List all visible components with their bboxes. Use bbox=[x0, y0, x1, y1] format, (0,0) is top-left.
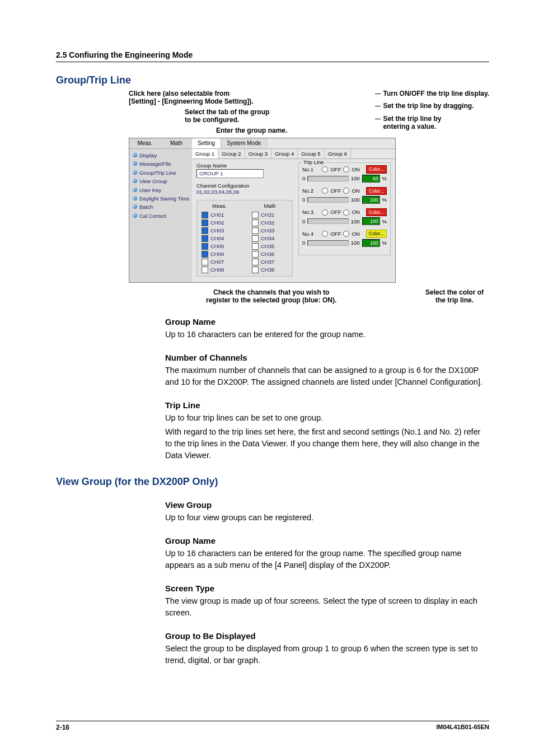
label-group-name: Group Name bbox=[196, 162, 293, 169]
anno-set-value: Set the trip line by entering a value. bbox=[383, 115, 441, 131]
checkbox-icon[interactable] bbox=[252, 235, 259, 242]
tree-item[interactable]: Cal Correct bbox=[132, 212, 191, 220]
trip-no: No.3 bbox=[302, 209, 313, 215]
slider-min: 0 bbox=[302, 197, 305, 203]
checkbox-icon[interactable] bbox=[202, 212, 208, 218]
input-group-name[interactable] bbox=[196, 169, 264, 178]
text-group-name: Up to 16 characters can be entered for t… bbox=[165, 329, 489, 340]
channel-row[interactable]: CH05 bbox=[202, 242, 237, 250]
trip-value-input[interactable]: 100 bbox=[362, 196, 380, 204]
checkbox-icon[interactable] bbox=[252, 251, 259, 258]
trip-value-input[interactable]: 100 bbox=[362, 217, 380, 225]
channel-row[interactable]: CH33 bbox=[252, 227, 288, 235]
tab-math[interactable]: Math bbox=[161, 138, 192, 148]
group-tab[interactable]: Group 3 bbox=[245, 149, 271, 158]
heading-trip-line: Trip Line bbox=[165, 400, 489, 410]
checkbox-icon[interactable] bbox=[252, 259, 259, 265]
pct-label: % bbox=[382, 197, 387, 203]
group-tab[interactable]: Group 6 bbox=[325, 149, 351, 158]
trip-no: No.1 bbox=[302, 166, 313, 172]
checkbox-icon[interactable] bbox=[202, 259, 208, 265]
checkbox-icon[interactable] bbox=[202, 267, 208, 273]
group-tab[interactable]: Group 2 bbox=[218, 149, 245, 158]
pct-label: % bbox=[382, 175, 387, 181]
channel-row[interactable]: CH37 bbox=[252, 258, 288, 266]
color-button[interactable]: Color... bbox=[366, 230, 387, 237]
checkbox-icon[interactable] bbox=[252, 267, 259, 273]
tab-setting[interactable]: Setting bbox=[192, 138, 221, 148]
tree-item[interactable]: Message/File bbox=[132, 160, 191, 168]
tree-item[interactable]: Daylight Saving Time bbox=[132, 194, 191, 203]
channel-row[interactable]: CH32 bbox=[252, 219, 288, 227]
checkbox-icon[interactable] bbox=[202, 220, 208, 226]
trip-slider[interactable] bbox=[307, 218, 348, 224]
channel-row[interactable]: CH36 bbox=[252, 250, 288, 258]
color-button[interactable]: Color... bbox=[366, 208, 387, 216]
tab-meas[interactable]: Meas. bbox=[129, 138, 161, 148]
trip-value-input[interactable]: 83 bbox=[362, 175, 380, 183]
trip-value-input[interactable]: 100 bbox=[362, 239, 380, 247]
checkbox-icon[interactable] bbox=[202, 235, 208, 242]
anno-select-tab: Select the tab of the group to be config… bbox=[185, 108, 287, 124]
channel-row[interactable]: CH07 bbox=[202, 258, 237, 266]
heading-group-displayed: Group to Be Displayed bbox=[165, 631, 489, 641]
trip-slider[interactable] bbox=[307, 176, 348, 181]
checkbox-icon[interactable] bbox=[202, 243, 208, 250]
channel-label: CH02 bbox=[210, 220, 224, 226]
group-tab[interactable]: Group 1 bbox=[192, 149, 218, 158]
channel-label: CH33 bbox=[261, 227, 274, 234]
channel-label: CH01 bbox=[210, 212, 224, 218]
channel-row[interactable]: CH31 bbox=[252, 211, 288, 219]
channel-label: CH38 bbox=[261, 267, 274, 273]
radio-off[interactable] bbox=[322, 209, 328, 216]
channel-row[interactable]: CH35 bbox=[252, 242, 288, 250]
checkbox-icon[interactable] bbox=[252, 212, 259, 218]
anno-enter-name: Enter the group name. bbox=[216, 127, 287, 134]
channel-row[interactable]: CH34 bbox=[252, 235, 288, 242]
text-trip-line-2: With regard to the trip lines set here, … bbox=[165, 426, 489, 461]
channel-row[interactable]: CH08 bbox=[202, 266, 237, 274]
channel-label: CH06 bbox=[210, 251, 224, 257]
radio-off[interactable] bbox=[322, 231, 328, 237]
tree-item[interactable]: Batch bbox=[132, 203, 191, 211]
channel-row[interactable]: CH04 bbox=[202, 235, 237, 242]
channel-row[interactable]: CH06 bbox=[202, 250, 237, 258]
radio-on[interactable] bbox=[343, 188, 349, 194]
text-group-displayed: Select the group to be displayed from gr… bbox=[165, 643, 489, 666]
group-tab[interactable]: Group 5 bbox=[298, 149, 324, 158]
channel-row[interactable]: CH38 bbox=[252, 266, 288, 274]
label-on: ON bbox=[352, 188, 359, 194]
tree-item[interactable]: View Group bbox=[132, 177, 191, 185]
label-off: OFF bbox=[330, 209, 341, 215]
checkbox-icon[interactable] bbox=[252, 227, 259, 234]
channel-row[interactable]: CH03 bbox=[202, 227, 237, 235]
heading-vgn: Group Name bbox=[165, 536, 489, 545]
trip-slider[interactable] bbox=[307, 197, 348, 203]
heading-group-trip-line: Group/Trip Line bbox=[56, 74, 489, 86]
tab-system-mode[interactable]: System Mode bbox=[221, 138, 267, 148]
color-button[interactable]: Color... bbox=[366, 165, 387, 173]
channel-label: CH03 bbox=[210, 227, 224, 234]
trip-slider[interactable] bbox=[307, 240, 348, 246]
color-button[interactable]: Color... bbox=[366, 187, 387, 195]
radio-off[interactable] bbox=[322, 166, 328, 172]
radio-on[interactable] bbox=[343, 166, 349, 172]
screenshot: Meas. Math DisplayMessage/FileGroup/Trip… bbox=[129, 138, 396, 283]
checkbox-icon[interactable] bbox=[202, 251, 208, 258]
checkbox-icon[interactable] bbox=[252, 243, 259, 250]
radio-off[interactable] bbox=[322, 188, 328, 194]
channel-row[interactable]: CH02 bbox=[202, 219, 237, 227]
tree-item[interactable]: Display bbox=[132, 151, 191, 160]
text-vgn: Up to 16 characters can be entered for t… bbox=[165, 548, 489, 571]
group-tab[interactable]: Group 4 bbox=[271, 149, 298, 158]
tree-item[interactable]: Group/Trip Line bbox=[132, 169, 191, 177]
radio-on[interactable] bbox=[343, 209, 349, 216]
channel-row[interactable]: CH01 bbox=[202, 211, 237, 219]
checkbox-icon[interactable] bbox=[202, 227, 208, 234]
label-off: OFF bbox=[330, 188, 341, 194]
checkbox-icon[interactable] bbox=[252, 220, 259, 226]
tree-item[interactable]: User Key bbox=[132, 186, 191, 194]
heading-screen-type: Screen Type bbox=[165, 584, 489, 593]
radio-on[interactable] bbox=[343, 231, 349, 237]
channel-label: CH37 bbox=[261, 259, 274, 265]
